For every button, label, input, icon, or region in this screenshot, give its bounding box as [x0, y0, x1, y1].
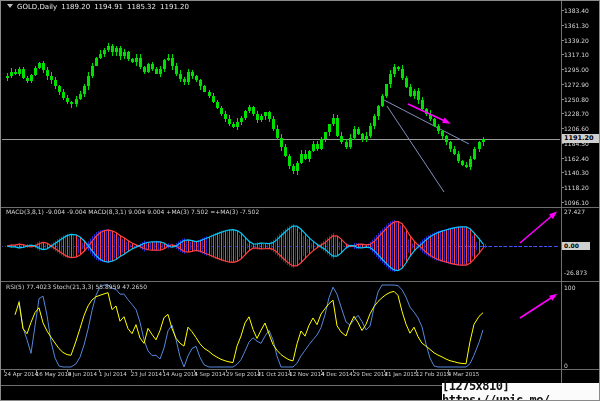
- ohlc-open: 1189.20: [61, 3, 90, 11]
- date-axis-label[interactable]: 29 Sep 2014: [226, 371, 261, 377]
- macd-axis-bottom: -26.873: [564, 269, 587, 276]
- price-axis-label: 1295.00: [564, 66, 589, 73]
- date-axis-label[interactable]: 23 Jul 2014: [131, 371, 162, 377]
- date-axis-label[interactable]: 12 Nov 2014: [289, 371, 324, 377]
- pane-separator[interactable]: [1, 281, 600, 282]
- macd-zero-tag: 0.00: [562, 242, 590, 250]
- rsi-pane-header: RSI(5) 77.4023 Stoch(21,3,3) 55.8959 47.…: [6, 283, 147, 290]
- price-axis-label: 1206.60: [564, 125, 589, 132]
- ohlc-low: 1185.32: [127, 3, 156, 11]
- rsi-axis-top: 100: [564, 284, 575, 291]
- date-axis-label[interactable]: 16 May 2014: [36, 371, 72, 377]
- price-axis-label: 1383.40: [564, 7, 589, 14]
- symbol-label: GOLD,Daily: [17, 3, 57, 11]
- watermark-badge: [1275x810] https://upic.me/: [442, 383, 600, 401]
- chart-canvas[interactable]: [1, 1, 600, 401]
- date-axis-label[interactable]: 5 Sep 2014: [194, 371, 225, 377]
- date-axis-label[interactable]: 21 Jan 2015: [384, 371, 417, 377]
- date-axis-label[interactable]: 4 Dec 2014: [321, 371, 353, 377]
- date-axis-label[interactable]: 24 Apr 2014: [4, 371, 38, 377]
- ohlc-high: 1194.91: [94, 3, 123, 11]
- date-axis-label[interactable]: 9 Jun 2014: [67, 371, 97, 377]
- macd-axis-top: 27.427: [564, 208, 585, 215]
- date-axis-label[interactable]: 14 Aug 2014: [163, 371, 198, 377]
- macd-pane-header: MACD(3,8,1) -9.004 -9.004 MACD(8,3,1) 9.…: [6, 208, 259, 215]
- chart-window: GOLD,Daily 1189.20 1194.91 1185.32 1191.…: [0, 0, 600, 401]
- price-axis-label: 1272.90: [564, 81, 589, 88]
- chart-title: GOLD,Daily 1189.20 1194.91 1185.32 1191.…: [7, 3, 189, 11]
- price-axis-label: 1339.20: [564, 37, 589, 44]
- price-axis-label: 1118.20: [564, 184, 589, 191]
- price-axis-label: 1250.80: [564, 96, 589, 103]
- price-axis-border: [561, 1, 562, 386]
- date-axis-label[interactable]: 4 Mar 2015: [448, 371, 479, 377]
- date-axis-label[interactable]: 12 Feb 2015: [416, 371, 450, 377]
- rsi-axis-bottom: 0: [564, 362, 568, 369]
- date-axis-label[interactable]: 1 Jul 2014: [99, 371, 127, 377]
- symbol-marker-icon: [7, 4, 13, 8]
- ohlc-close: 1191.20: [160, 3, 189, 11]
- price-axis-label: 1228.70: [564, 110, 589, 117]
- date-axis-label[interactable]: 29 Dec 2014: [353, 371, 388, 377]
- date-axis-label[interactable]: 21 Oct 2014: [258, 371, 292, 377]
- price-axis-label: 1140.30: [564, 169, 589, 176]
- price-axis-label: 1162.40: [564, 155, 589, 162]
- price-axis-label: 1317.10: [564, 51, 589, 58]
- price-axis-label: 1361.30: [564, 22, 589, 29]
- current-price-tag: 1191.20: [562, 134, 600, 143]
- price-axis-label: 1096.10: [564, 199, 589, 206]
- pane-separator[interactable]: [1, 369, 600, 370]
